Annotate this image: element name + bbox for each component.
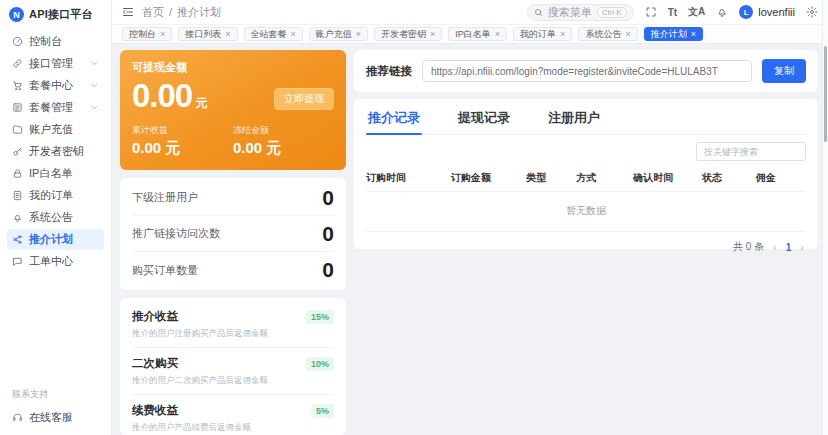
- folder-icon: [12, 124, 23, 135]
- empty-state-text: 暂无数据: [366, 192, 806, 232]
- copy-button[interactable]: 复制: [762, 59, 806, 83]
- sidebar-item-referral-plan[interactable]: 推介计划: [7, 229, 104, 250]
- close-icon[interactable]: ×: [430, 30, 435, 39]
- sidebar-item-api-manage[interactable]: 接口管理: [7, 53, 104, 74]
- total-count: 共 0 条: [733, 240, 764, 254]
- table-header-row: 订购时间 订购金额 类型 方式 确认时间 状态 佣金: [366, 167, 806, 192]
- close-icon[interactable]: ×: [160, 30, 165, 39]
- page-number[interactable]: 1: [786, 242, 792, 253]
- column-commission: 佣金: [756, 171, 806, 185]
- breadcrumb: 首页 / 推介计划: [142, 5, 221, 20]
- sidebar-item-dashboard[interactable]: 控制台: [7, 31, 104, 52]
- sidebar-item-my-orders[interactable]: 我的订单: [7, 185, 104, 206]
- sidebar-item-label: 控制台: [29, 34, 62, 49]
- list-icon: [12, 102, 23, 113]
- wallet-card: 可提现金额 0.00 元 立即提现 累计收益 0.00 元 冻结金额 0.00 …: [120, 50, 346, 170]
- page-content: 可提现金额 0.00 元 立即提现 累计收益 0.00 元 冻结金额 0.00 …: [112, 44, 828, 435]
- sidebar-item-recharge[interactable]: 账户充值: [7, 119, 104, 140]
- notifications-bell-icon[interactable]: [716, 6, 728, 18]
- close-icon[interactable]: ×: [560, 30, 565, 39]
- app-title: API接口平台: [29, 7, 93, 22]
- sidebar-item-online-support[interactable]: 在线客服: [7, 407, 104, 428]
- key-icon: [12, 146, 23, 157]
- sidebar-item-tickets[interactable]: 工单中心: [7, 251, 104, 272]
- tab-label: IP白名单: [455, 28, 491, 41]
- tab-referral-plan[interactable]: 推介计划×: [644, 27, 703, 41]
- tab-label: 推介计划: [651, 28, 687, 41]
- counters-card: 下级注册用户 0 推广链接访问次数 0 购买订单数量 0: [120, 178, 346, 290]
- close-icon[interactable]: ×: [691, 30, 696, 39]
- tab-ip-whitelist[interactable]: IP白名单×: [448, 27, 507, 41]
- document-icon: [12, 190, 23, 201]
- close-icon[interactable]: ×: [291, 30, 296, 39]
- column-order-time: 订购时间: [366, 171, 451, 185]
- tab-label: 账户充值: [316, 28, 352, 41]
- records-card: 推介记录 提现记录 注册用户 订购时间 订购金额 类型 方式 确认时间 状态 佣…: [354, 99, 818, 249]
- close-icon[interactable]: ×: [356, 30, 361, 39]
- counter-value: 0: [322, 258, 334, 282]
- translate-icon[interactable]: 文A: [688, 5, 705, 19]
- close-icon[interactable]: ×: [495, 30, 500, 39]
- withdrawable-amount: 0.00: [132, 79, 192, 112]
- sidebar-item-label: 套餐管理: [29, 100, 73, 115]
- sidebar-item-ip-whitelist[interactable]: IP白名单: [7, 163, 104, 184]
- total-earnings-label: 累计收益: [132, 124, 233, 137]
- referral-link-input[interactable]: [422, 60, 752, 82]
- sidebar-item-package-center[interactable]: 套餐中心: [7, 75, 104, 96]
- cart-icon: [12, 80, 23, 91]
- tab-label: 开发者密钥: [381, 28, 426, 41]
- sidebar-item-label: 账户充值: [29, 122, 73, 137]
- tab-my-orders[interactable]: 我的订单×: [513, 27, 572, 41]
- tab-developer-keys[interactable]: 开发者密钥×: [374, 27, 442, 41]
- collapse-sidebar-icon[interactable]: [122, 6, 134, 18]
- tab-withdraw-records[interactable]: 提现记录: [456, 107, 512, 134]
- counter-label: 购买订单数量: [132, 263, 198, 278]
- sidebar-item-package-manage[interactable]: 套餐管理: [7, 97, 104, 118]
- tab-api-list[interactable]: 接口列表×: [178, 27, 237, 41]
- fullscreen-icon[interactable]: [645, 6, 657, 18]
- counter-purchase-orders: 购买订单数量 0: [132, 252, 334, 288]
- tab-referral-records[interactable]: 推介记录: [366, 107, 422, 134]
- commission-referral: 推介收益 推介的用户注册购买产品后返佣金额 15%: [132, 301, 334, 348]
- counter-value: 0: [322, 186, 334, 210]
- pagination: 共 0 条 ‹ 1 ›: [366, 232, 806, 262]
- tab-console[interactable]: 控制台×: [122, 27, 172, 41]
- sidebar-item-label: IP白名单: [29, 166, 72, 181]
- open-tabs-bar: 控制台× 接口列表× 全站套餐× 账户充值× 开发者密钥× IP白名单× 我的订…: [112, 24, 828, 44]
- records-tabs: 推介记录 提现记录 注册用户: [366, 107, 806, 135]
- sidebar-footer: 联系支持 在线客服: [7, 388, 104, 429]
- font-size-icon[interactable]: Tt: [668, 7, 677, 18]
- dashboard-icon: [12, 36, 23, 47]
- withdraw-button[interactable]: 立即提现: [274, 88, 334, 110]
- counter-link-visits: 推广链接访问次数 0: [132, 216, 334, 252]
- close-icon[interactable]: ×: [225, 30, 230, 39]
- breadcrumb-home[interactable]: 首页: [142, 5, 164, 20]
- page-scrollbar[interactable]: [822, 0, 828, 435]
- tab-label: 系统公告: [585, 28, 621, 41]
- app-logo[interactable]: N API接口平台: [7, 6, 104, 31]
- commission-rates-card: 推介收益 推介的用户注册购买产品后返佣金额 15% 二次购买 推介的用户二次购买…: [120, 298, 346, 435]
- prev-page-icon[interactable]: ‹: [773, 241, 777, 253]
- tab-announcements[interactable]: 系统公告×: [578, 27, 637, 41]
- commission-desc: 推介的用户产品续费后返佣金额: [132, 422, 311, 434]
- tab-recharge[interactable]: 账户充值×: [309, 27, 368, 41]
- sidebar-item-announcements[interactable]: 系统公告: [7, 207, 104, 228]
- tab-label: 全站套餐: [251, 28, 287, 41]
- close-icon[interactable]: ×: [625, 30, 630, 39]
- scrollbar-thumb[interactable]: [824, 46, 827, 142]
- tab-site-packages[interactable]: 全站套餐×: [244, 27, 303, 41]
- keyword-search-input[interactable]: [696, 142, 806, 161]
- total-earnings-value: 0.00 元: [132, 139, 233, 158]
- commission-title: 二次购买: [132, 356, 306, 371]
- avatar: L: [739, 5, 753, 19]
- next-page-icon[interactable]: ›: [800, 241, 804, 253]
- share-icon: [12, 234, 23, 245]
- tab-registered-users[interactable]: 注册用户: [546, 107, 602, 134]
- column-confirm-time: 确认时间: [633, 171, 702, 185]
- user-menu[interactable]: L lovenfiii: [739, 5, 795, 19]
- commission-desc: 推介的用户二次购买产品后返佣金额: [132, 375, 306, 387]
- gear-icon[interactable]: [806, 6, 818, 18]
- sidebar-item-developer-keys[interactable]: 开发者密钥: [7, 141, 104, 162]
- menu-search[interactable]: 搜索菜单 Ctrl K: [527, 4, 634, 21]
- currency-unit: 元: [195, 95, 207, 112]
